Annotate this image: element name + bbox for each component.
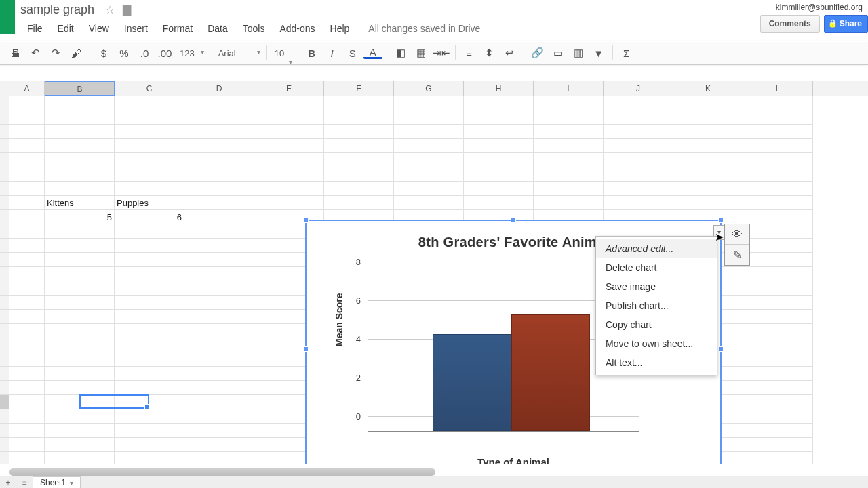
col-head-h[interactable]: H xyxy=(464,81,534,96)
cell[interactable] xyxy=(743,324,813,338)
cell[interactable] xyxy=(184,153,254,167)
functions-icon[interactable]: Σ xyxy=(617,44,636,62)
cell[interactable] xyxy=(184,338,254,352)
font-size-select[interactable]: 10 xyxy=(271,47,294,60)
menu-data[interactable]: Data xyxy=(201,22,235,35)
cell[interactable] xyxy=(45,125,115,139)
cell[interactable] xyxy=(9,253,45,267)
merge-icon[interactable]: ⇥⇤ xyxy=(432,44,451,62)
cell[interactable] xyxy=(743,224,813,239)
cell[interactable] xyxy=(673,139,743,153)
halign-icon[interactable]: ≡ xyxy=(460,44,479,62)
cell[interactable] xyxy=(45,110,115,125)
cell[interactable] xyxy=(534,110,604,125)
cell[interactable] xyxy=(9,125,45,139)
add-sheet-icon[interactable]: + xyxy=(0,478,16,487)
row-head[interactable] xyxy=(0,239,9,253)
col-head-j[interactable]: J xyxy=(604,81,673,96)
row-head[interactable] xyxy=(0,281,9,296)
cell[interactable] xyxy=(743,139,813,153)
resize-handle[interactable] xyxy=(718,346,724,352)
folder-icon[interactable]: ▇ xyxy=(123,3,131,16)
cell[interactable] xyxy=(184,452,254,464)
ctx-advanced-edit[interactable]: Advanced edit... xyxy=(596,239,717,258)
cell[interactable] xyxy=(45,324,115,338)
cell[interactable] xyxy=(45,96,115,110)
cell[interactable]: Puppies xyxy=(115,196,184,210)
row-head[interactable] xyxy=(0,310,9,324)
cell[interactable] xyxy=(534,153,604,167)
chart-icon[interactable]: ▥ xyxy=(569,44,588,62)
cell[interactable] xyxy=(184,210,254,224)
col-head-c[interactable]: C xyxy=(115,81,184,96)
cell[interactable] xyxy=(115,139,184,153)
cell[interactable] xyxy=(394,125,464,139)
cell[interactable] xyxy=(9,281,45,296)
cell[interactable] xyxy=(115,267,184,281)
cell[interactable] xyxy=(324,182,394,196)
cell[interactable] xyxy=(9,196,45,210)
cell[interactable] xyxy=(184,409,254,424)
cell[interactable]: Kittens xyxy=(45,196,115,210)
cell[interactable] xyxy=(254,110,324,125)
cell[interactable] xyxy=(394,153,464,167)
resize-handle[interactable] xyxy=(303,346,309,352)
cell[interactable] xyxy=(184,139,254,153)
ctx-publish-chart[interactable]: Publish chart... xyxy=(596,296,717,315)
cell[interactable] xyxy=(394,139,464,153)
cell[interactable] xyxy=(9,438,45,452)
row-head[interactable] xyxy=(0,110,9,125)
cell[interactable] xyxy=(604,182,673,196)
cell[interactable] xyxy=(45,381,115,395)
cell[interactable] xyxy=(743,367,813,381)
account-email[interactable]: kimmiller@sbunified.org xyxy=(776,3,863,12)
text-color-icon[interactable]: A xyxy=(363,47,382,59)
cell[interactable] xyxy=(45,239,115,253)
cell[interactable] xyxy=(184,125,254,139)
cell[interactable] xyxy=(9,182,45,196)
cell[interactable] xyxy=(9,381,45,395)
print-icon[interactable]: 🖶 xyxy=(5,44,24,62)
sheet-tab[interactable]: Sheet1 ▾ xyxy=(33,476,81,489)
col-head-d[interactable]: D xyxy=(184,81,254,96)
cell[interactable] xyxy=(743,381,813,395)
col-head-k[interactable]: K xyxy=(673,81,743,96)
row-head[interactable] xyxy=(0,296,9,310)
select-all-corner[interactable] xyxy=(0,81,9,96)
chevron-down-icon[interactable]: ▾ xyxy=(70,479,73,487)
row-head[interactable] xyxy=(0,253,9,267)
cell[interactable] xyxy=(9,167,45,182)
cell[interactable] xyxy=(254,96,324,110)
cell[interactable] xyxy=(743,452,813,464)
link-icon[interactable]: 🔗 xyxy=(528,44,547,62)
cell[interactable] xyxy=(184,367,254,381)
cell[interactable] xyxy=(464,182,534,196)
filter-icon[interactable]: ▼ xyxy=(589,44,608,62)
cell[interactable] xyxy=(604,96,673,110)
row-head[interactable] xyxy=(0,438,9,452)
cell[interactable] xyxy=(743,167,813,182)
row-head[interactable] xyxy=(0,452,9,464)
cell[interactable] xyxy=(184,395,254,409)
cell[interactable] xyxy=(45,395,115,409)
cell[interactable] xyxy=(184,281,254,296)
menu-format[interactable]: Format xyxy=(156,22,199,35)
cell[interactable] xyxy=(45,139,115,153)
menu-view[interactable]: View xyxy=(82,22,116,35)
cell[interactable] xyxy=(115,395,184,409)
cell[interactable] xyxy=(254,167,324,182)
cell[interactable] xyxy=(115,182,184,196)
cell[interactable] xyxy=(534,182,604,196)
cell[interactable] xyxy=(254,125,324,139)
fill-color-icon[interactable]: ◧ xyxy=(391,44,410,62)
menu-insert[interactable]: Insert xyxy=(117,22,155,35)
cell[interactable] xyxy=(115,96,184,110)
cell[interactable] xyxy=(324,153,394,167)
cell[interactable] xyxy=(604,153,673,167)
cell[interactable] xyxy=(743,296,813,310)
cell[interactable] xyxy=(324,167,394,182)
cell[interactable] xyxy=(45,296,115,310)
cell[interactable] xyxy=(184,167,254,182)
cell[interactable] xyxy=(115,338,184,352)
cell[interactable] xyxy=(9,296,45,310)
